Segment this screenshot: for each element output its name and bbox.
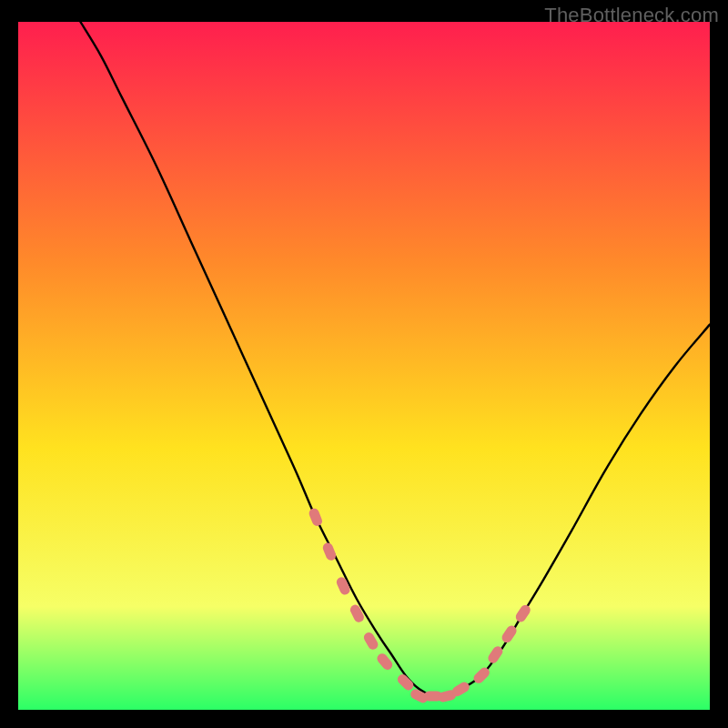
- plot-area: [18, 22, 710, 710]
- gradient-background: [18, 22, 710, 710]
- watermark-text: TheBottleneck.com: [544, 4, 719, 27]
- bottleneck-chart: [18, 22, 710, 710]
- chart-frame: TheBottleneck.com: [0, 0, 728, 728]
